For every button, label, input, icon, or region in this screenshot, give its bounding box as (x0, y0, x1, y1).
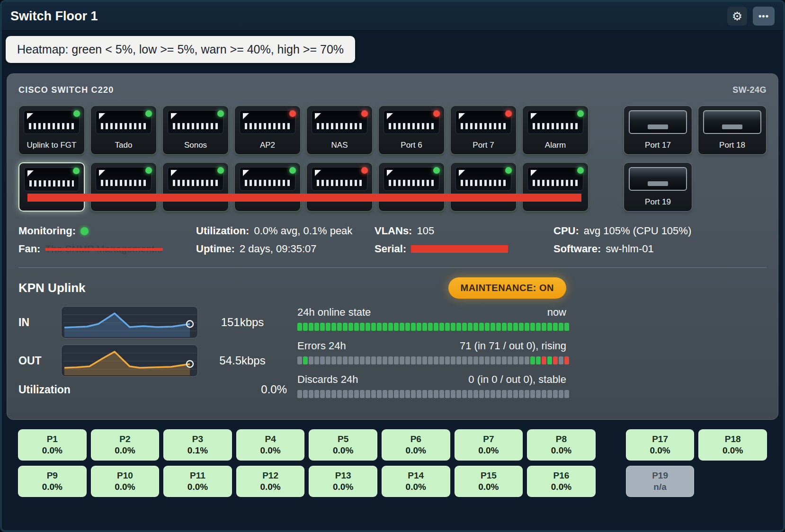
uptime-label: Uptime: (196, 243, 235, 255)
heatmap-cell-p10[interactable]: P100.0% (91, 466, 160, 497)
heatmap-cell-p11[interactable]: P110.0% (163, 466, 232, 497)
status-square (297, 390, 302, 398)
heatmap-cell-value: 0.0% (115, 482, 135, 492)
port-tile-sonos[interactable]: Sonos (162, 106, 229, 155)
heatmap-cell-p9[interactable]: P90.0% (18, 466, 87, 497)
status-square (434, 356, 438, 364)
status-square (542, 356, 546, 364)
status-square (337, 390, 342, 398)
stat-uptime: Uptime: 2 days, 09:35:07 (196, 243, 375, 255)
switch-widget-window: Switch Floor 1 ⚙ ••• Heatmap: green < 5%… (0, 0, 785, 532)
status-square (360, 390, 365, 398)
heatmap-group-spacer (600, 429, 622, 461)
port-tile-redacted[interactable] (18, 162, 85, 212)
port-label: Tado (91, 141, 156, 154)
status-square (473, 323, 478, 331)
heatmap-cell-value: 0.0% (478, 482, 499, 492)
status-square (411, 390, 416, 398)
port-tile-ap2[interactable]: AP2 (234, 106, 301, 155)
status-square (496, 356, 501, 364)
port-tile-port-19[interactable]: Port 19 (624, 162, 692, 212)
heatmap-cell-p4[interactable]: P40.0% (236, 429, 305, 461)
heatmap-cell-p2[interactable]: P20.0% (91, 429, 160, 461)
settings-button[interactable]: ⚙ (727, 7, 747, 26)
port-label (523, 207, 588, 211)
heatmap-cell-p3[interactable]: P30.1% (163, 429, 232, 461)
status-square (405, 323, 410, 331)
port-led-green-icon (577, 167, 584, 174)
online-state-strip (297, 323, 566, 331)
heatmap-cell-p1[interactable]: P10.0% (18, 429, 87, 461)
heatmap-cell-value: 0.0% (406, 482, 426, 492)
port-tile-tado[interactable]: Tado (90, 106, 157, 155)
heatmap-cell-value: 0.0% (551, 482, 571, 492)
port-led-green-icon (145, 110, 152, 117)
more-options-button[interactable]: ••• (753, 7, 775, 26)
heatmap-cell-name: P1 (47, 434, 58, 444)
heatmap-cell-p17[interactable]: P170.0% (626, 429, 695, 461)
status-square (513, 356, 518, 364)
heatmap-cell-name: P8 (556, 434, 567, 444)
port-tile-redacted[interactable] (450, 162, 517, 212)
port-tile-port-6[interactable]: Port 6 (378, 106, 445, 155)
status-square (411, 323, 416, 331)
monitoring-label: Monitoring: (18, 225, 76, 237)
heatmap-cell-value: 0.0% (42, 445, 62, 456)
heatmap-cell-p18[interactable]: P180.0% (698, 429, 767, 461)
discards-strip (297, 390, 566, 398)
ports-row-2-wrap: Port 19 (18, 162, 767, 212)
errors-title: Errors 24h (297, 340, 346, 352)
status-square (542, 390, 546, 398)
heatmap-cell-p12[interactable]: P120.0% (236, 466, 305, 497)
status-square (388, 390, 393, 398)
gear-icon: ⚙ (732, 9, 742, 23)
port-tile-port-18[interactable]: Port 18 (698, 106, 767, 155)
heatmap-cell-p19[interactable]: P19n/a (626, 466, 695, 497)
heatmap-cell-p15[interactable]: P150.0% (455, 466, 523, 497)
uplink-title: KPN Uplink (18, 281, 86, 295)
heatmap-cell-p5[interactable]: P50.0% (309, 429, 377, 461)
monitoring-status-dot-icon (80, 227, 89, 235)
status-square (439, 390, 444, 398)
status-square (377, 323, 382, 331)
status-square (348, 323, 353, 331)
maintenance-badge[interactable]: MAINTENANCE: ON (448, 277, 567, 299)
status-square (502, 323, 507, 331)
port-led-green-icon (145, 167, 152, 174)
port-label (163, 207, 228, 211)
status-square (491, 323, 495, 331)
port-tile-redacted[interactable] (378, 162, 445, 212)
heatmap-cell-p14[interactable]: P140.0% (382, 466, 450, 497)
heatmap-cell-p16[interactable]: P160.0% (527, 466, 596, 497)
port-tile-redacted[interactable] (234, 162, 301, 212)
heatmap-cell-p13[interactable]: P130.0% (309, 466, 377, 497)
status-square (320, 390, 325, 398)
heatmap-cell-p7[interactable]: P70.0% (455, 429, 523, 461)
stat-software: Software: sw-hlm-01 (553, 243, 767, 255)
uplink-utilization-label: Utilization (18, 383, 71, 396)
software-value: sw-hlm-01 (606, 243, 653, 255)
heatmap-cell-p6[interactable]: P60.0% (382, 429, 450, 461)
heatmap-cell-p8[interactable]: P80.0% (527, 429, 596, 461)
errors-strip (297, 356, 566, 364)
port-tile-redacted[interactable] (90, 162, 157, 212)
port-tile-port-17[interactable]: Port 17 (624, 106, 692, 155)
port-tile-redacted[interactable] (306, 162, 373, 212)
heatmap-cell-value: 0.0% (650, 445, 670, 456)
status-square (326, 356, 330, 364)
sfp-connector-icon (629, 167, 687, 191)
rj45-connector-icon (24, 110, 80, 134)
status-square (354, 356, 359, 364)
port-tile-redacted[interactable] (522, 162, 589, 212)
heatmap-row-1: P10.0%P20.0%P30.1%P40.0%P50.0%P60.0%P70.… (18, 429, 767, 461)
port-tile-uplink-to-fgt[interactable]: Uplink to FGT (18, 106, 85, 155)
status-square (428, 356, 433, 364)
status-square (445, 356, 450, 364)
rj45-connector-icon (384, 167, 439, 191)
port-tile-nas[interactable]: NAS (306, 106, 373, 155)
status-square (445, 390, 450, 398)
port-tile-redacted[interactable] (162, 162, 229, 212)
port-tile-port-7[interactable]: Port 7 (450, 106, 517, 155)
port-tile-alarm[interactable]: Alarm (522, 106, 589, 155)
status-square (525, 356, 529, 364)
